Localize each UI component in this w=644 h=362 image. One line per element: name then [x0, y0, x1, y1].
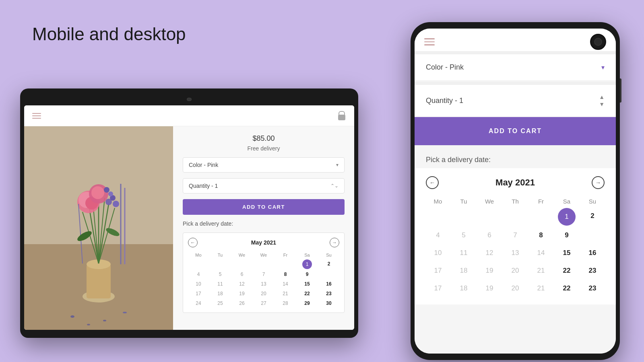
add-to-cart-button-tablet[interactable]: ADD TO CART	[183, 199, 345, 215]
table-row[interactable]: 19	[477, 280, 502, 296]
calendar-next-tablet[interactable]: →	[330, 238, 339, 247]
table-row[interactable]: 18	[452, 280, 476, 296]
table-row[interactable]: 24	[188, 299, 209, 308]
calendar-day-2-phone[interactable]: 2	[580, 208, 605, 226]
table-row[interactable]: 10	[188, 280, 209, 288]
table-row[interactable]: 18	[210, 289, 231, 298]
table-row[interactable]: 23	[580, 263, 605, 279]
calendar-next-phone[interactable]: →	[592, 176, 605, 189]
table-row[interactable]: 15	[555, 245, 579, 261]
cal-hdr-sa: Sa	[555, 196, 579, 206]
quantity-dropdown-tablet[interactable]: Quantity - 1 ⌃⌄	[183, 178, 345, 193]
page-title: Mobile and desktop	[32, 24, 186, 44]
table-row	[318, 270, 339, 279]
table-row[interactable]: 12	[231, 280, 252, 288]
cal-header-fr: Fr	[275, 251, 296, 259]
table-row	[477, 208, 502, 226]
table-row[interactable]: 17	[188, 289, 209, 298]
cal-header-we: We	[231, 251, 252, 259]
table-row[interactable]: 19	[231, 289, 252, 298]
color-dropdown-phone[interactable]: Color - Pink ▾	[415, 54, 616, 81]
table-row[interactable]: 7	[253, 270, 274, 279]
svg-point-21	[104, 187, 109, 193]
table-row[interactable]: 19	[477, 263, 502, 279]
hamburger-menu-icon[interactable]	[32, 113, 41, 119]
table-row[interactable]: 13	[503, 245, 527, 261]
table-row[interactable]: 14	[275, 280, 296, 288]
table-row[interactable]: 29	[297, 299, 318, 308]
calendar-prev-tablet[interactable]: ←	[188, 238, 198, 247]
quantity-stepper-phone[interactable]: ▲ ▼	[599, 94, 605, 107]
table-row[interactable]: 17	[426, 263, 450, 279]
table-row[interactable]: 9	[555, 227, 579, 243]
delivery-date-label-tablet: Pick a delivery date:	[183, 220, 345, 227]
quantity-label-phone: Quantity - 1	[426, 97, 463, 105]
table-row[interactable]: 14	[529, 245, 553, 261]
table-row[interactable]: 23	[580, 280, 605, 296]
table-row[interactable]: 15	[297, 280, 318, 288]
calendar-prev-phone[interactable]: ←	[426, 176, 439, 189]
table-row[interactable]: 13	[253, 280, 274, 288]
add-to-cart-button-phone[interactable]: ADD TO CART	[415, 117, 616, 145]
table-row	[188, 259, 209, 269]
table-row[interactable]: 6	[231, 270, 252, 279]
table-row[interactable]: 8	[529, 227, 553, 243]
table-row[interactable]: 17	[426, 280, 450, 296]
table-row[interactable]: 12	[477, 245, 502, 261]
table-row[interactable]: 22	[297, 289, 318, 298]
calendar-day-2-tablet[interactable]: 2	[318, 259, 339, 269]
table-row[interactable]: 22	[555, 263, 579, 279]
table-row[interactable]: 26	[231, 299, 252, 308]
table-row[interactable]: 20	[503, 280, 527, 296]
phone-content-area: Color - Pink ▾ Quantity - 1 ▲ ▼	[415, 51, 616, 354]
table-row[interactable]: 23	[318, 289, 339, 298]
tablet-frame: $85.00 Free delivery Color - Pink ▾ Quan…	[20, 88, 358, 338]
phone-hamburger-icon[interactable]	[424, 38, 435, 45]
table-row[interactable]: 20	[503, 263, 527, 279]
table-row	[210, 259, 231, 269]
product-delivery-text: Free delivery	[183, 145, 345, 152]
table-row[interactable]: 8	[275, 270, 296, 279]
table-row[interactable]: 22	[555, 280, 579, 296]
table-row[interactable]: 20	[253, 289, 274, 298]
product-price: $85.00	[183, 134, 345, 143]
table-row[interactable]: 4	[188, 270, 209, 279]
table-row[interactable]: 27	[253, 299, 274, 308]
table-row[interactable]: 10	[426, 245, 450, 261]
table-row[interactable]: 25	[210, 299, 231, 308]
tablet-screen: $85.00 Free delivery Color - Pink ▾ Quan…	[24, 105, 354, 330]
table-row[interactable]: 28	[275, 299, 296, 308]
table-row	[580, 227, 605, 243]
tablet-content-area: $85.00 Free delivery Color - Pink ▾ Quan…	[24, 126, 354, 330]
calendar-grid-tablet: Mo Tu We We Fr Sa Su	[188, 251, 339, 308]
table-row[interactable]: 6	[477, 227, 502, 243]
quantity-field-phone[interactable]: Quantity - 1 ▲ ▼	[415, 85, 616, 116]
calendar-day-1-tablet[interactable]: 1	[302, 259, 312, 269]
table-row[interactable]: 21	[529, 263, 553, 279]
table-row[interactable]: 11	[452, 245, 476, 261]
table-row[interactable]: 30	[318, 299, 339, 308]
lock-icon	[337, 111, 346, 121]
stepper-down[interactable]: ▼	[599, 101, 605, 107]
phone-screen: Color - Pink ▾ Quantity - 1 ▲ ▼	[415, 29, 616, 354]
svg-point-27	[70, 315, 74, 318]
svg-point-19	[113, 201, 119, 207]
stepper-up[interactable]: ▲	[599, 94, 605, 100]
cal-header-mo: Mo	[188, 251, 209, 259]
calendar-day-1-phone[interactable]: 1	[558, 208, 576, 226]
section-divider	[415, 51, 616, 54]
svg-point-30	[87, 324, 90, 325]
table-row[interactable]: 5	[452, 227, 476, 243]
table-row[interactable]: 5	[210, 270, 231, 279]
table-row[interactable]: 9	[297, 270, 318, 279]
color-dropdown-tablet[interactable]: Color - Pink ▾	[183, 157, 345, 173]
table-row[interactable]: 21	[275, 289, 296, 298]
table-row[interactable]: 7	[503, 227, 527, 243]
table-row[interactable]: 21	[529, 280, 553, 296]
cal-header-th: We	[253, 251, 274, 259]
table-row[interactable]: 4	[426, 227, 450, 243]
table-row[interactable]: 18	[452, 263, 476, 279]
table-row[interactable]: 11	[210, 280, 231, 288]
table-row[interactable]: 16	[318, 280, 339, 288]
table-row[interactable]: 16	[580, 245, 605, 261]
